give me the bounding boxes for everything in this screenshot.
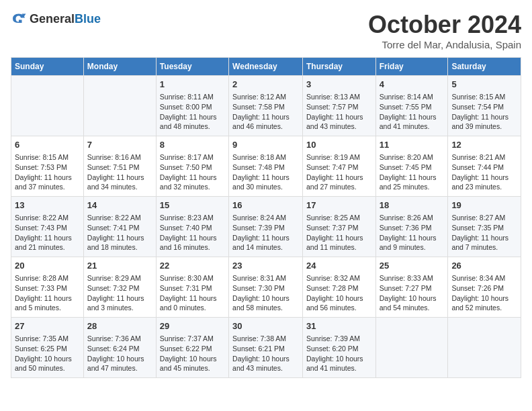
day-info: Sunrise: 8:13 AMSunset: 7:57 PMDaylight:… (306, 92, 372, 132)
day-number: 25 (380, 260, 445, 272)
day-info: Sunrise: 8:34 AMSunset: 7:26 PMDaylight:… (451, 273, 517, 313)
day-info: Sunrise: 8:11 AMSunset: 8:00 PMDaylight:… (160, 92, 225, 132)
day-number: 18 (380, 199, 445, 212)
day-number: 29 (160, 320, 225, 332)
day-info: Sunrise: 8:25 AMSunset: 7:37 PMDaylight:… (306, 213, 372, 253)
calendar-day-cell: 10Sunrise: 8:19 AMSunset: 7:47 PMDayligh… (302, 136, 375, 197)
day-info: Sunrise: 8:14 AMSunset: 7:55 PMDaylight:… (380, 92, 445, 132)
day-info: Sunrise: 8:18 AMSunset: 7:48 PMDaylight:… (232, 152, 299, 192)
calendar-day-cell: 19Sunrise: 8:27 AMSunset: 7:35 PMDayligh… (448, 197, 521, 257)
day-number: 26 (451, 260, 517, 272)
day-info: Sunrise: 7:37 AMSunset: 6:22 PMDaylight:… (160, 334, 225, 373)
day-info: Sunrise: 7:36 AMSunset: 6:24 PMDaylight:… (87, 334, 152, 373)
calendar-week-row: 1Sunrise: 8:11 AMSunset: 8:00 PMDaylight… (11, 76, 521, 136)
day-info: Sunrise: 8:32 AMSunset: 7:28 PMDaylight:… (306, 273, 372, 313)
day-number: 12 (451, 139, 517, 151)
calendar-day-cell: 12Sunrise: 8:21 AMSunset: 7:44 PMDayligh… (448, 136, 521, 197)
logo: GeneralBlue (11, 11, 101, 27)
logo-icon (11, 11, 27, 27)
calendar-day-cell: 1Sunrise: 8:11 AMSunset: 8:00 PMDaylight… (156, 76, 228, 136)
calendar-day-cell: 26Sunrise: 8:34 AMSunset: 7:26 PMDayligh… (448, 257, 521, 318)
calendar-day-cell (375, 318, 448, 378)
day-number: 14 (87, 199, 152, 212)
calendar-day-cell: 5Sunrise: 8:15 AMSunset: 7:54 PMDaylight… (448, 76, 521, 136)
location-title: Torre del Mar, Andalusia, Spain (368, 39, 521, 50)
day-info: Sunrise: 8:21 AMSunset: 7:44 PMDaylight:… (451, 152, 517, 192)
calendar-day-cell: 27Sunrise: 7:35 AMSunset: 6:25 PMDayligh… (11, 318, 84, 378)
day-info: Sunrise: 8:24 AMSunset: 7:39 PMDaylight:… (232, 213, 299, 253)
page-header: GeneralBlue October 2024 Torre del Mar, … (11, 11, 521, 50)
calendar-week-row: 27Sunrise: 7:35 AMSunset: 6:25 PMDayligh… (11, 318, 521, 378)
weekday-header-tuesday: Tuesday (156, 58, 228, 76)
day-number: 20 (15, 260, 80, 272)
calendar-week-row: 20Sunrise: 8:28 AMSunset: 7:33 PMDayligh… (11, 257, 521, 318)
weekday-header-thursday: Thursday (302, 58, 375, 76)
day-info: Sunrise: 8:12 AMSunset: 7:58 PMDaylight:… (232, 92, 299, 132)
day-number: 23 (232, 260, 299, 272)
calendar-day-cell: 25Sunrise: 8:33 AMSunset: 7:27 PMDayligh… (375, 257, 448, 318)
weekday-header-sunday: Sunday (11, 58, 84, 76)
day-info: Sunrise: 8:28 AMSunset: 7:33 PMDaylight:… (15, 273, 80, 313)
day-info: Sunrise: 8:30 AMSunset: 7:31 PMDaylight:… (160, 273, 225, 313)
day-number: 24 (306, 260, 372, 272)
day-number: 11 (380, 139, 445, 151)
day-info: Sunrise: 8:20 AMSunset: 7:45 PMDaylight:… (380, 152, 445, 192)
calendar-day-cell: 3Sunrise: 8:13 AMSunset: 7:57 PMDaylight… (302, 76, 375, 136)
day-info: Sunrise: 8:22 AMSunset: 7:41 PMDaylight:… (87, 213, 152, 253)
day-info: Sunrise: 8:31 AMSunset: 7:30 PMDaylight:… (232, 273, 299, 313)
day-number: 5 (451, 79, 517, 91)
day-number: 15 (160, 199, 225, 212)
weekday-header-row: SundayMondayTuesdayWednesdayThursdayFrid… (11, 58, 521, 76)
day-info: Sunrise: 8:19 AMSunset: 7:47 PMDaylight:… (306, 152, 372, 192)
day-info: Sunrise: 7:35 AMSunset: 6:25 PMDaylight:… (15, 334, 80, 373)
calendar-day-cell: 31Sunrise: 7:39 AMSunset: 6:20 PMDayligh… (302, 318, 375, 378)
calendar-table: SundayMondayTuesdayWednesdayThursdayFrid… (11, 57, 521, 378)
calendar-day-cell: 13Sunrise: 8:22 AMSunset: 7:43 PMDayligh… (11, 197, 84, 257)
day-number: 1 (160, 79, 225, 91)
day-number: 27 (15, 320, 80, 332)
day-number: 17 (306, 199, 372, 212)
calendar-day-cell: 29Sunrise: 7:37 AMSunset: 6:22 PMDayligh… (156, 318, 228, 378)
calendar-day-cell: 11Sunrise: 8:20 AMSunset: 7:45 PMDayligh… (375, 136, 448, 197)
calendar-day-cell: 24Sunrise: 8:32 AMSunset: 7:28 PMDayligh… (302, 257, 375, 318)
month-title: October 2024 (368, 11, 521, 39)
calendar-day-cell: 20Sunrise: 8:28 AMSunset: 7:33 PMDayligh… (11, 257, 84, 318)
day-number: 4 (380, 79, 445, 91)
day-number: 21 (87, 260, 152, 272)
day-info: Sunrise: 8:29 AMSunset: 7:32 PMDaylight:… (87, 273, 152, 313)
calendar-day-cell: 18Sunrise: 8:26 AMSunset: 7:36 PMDayligh… (375, 197, 448, 257)
day-info: Sunrise: 8:15 AMSunset: 7:53 PMDaylight:… (15, 152, 80, 192)
weekday-header-saturday: Saturday (448, 58, 521, 76)
day-number: 16 (232, 199, 299, 212)
day-number: 19 (451, 199, 517, 212)
day-number: 28 (87, 320, 152, 332)
calendar-day-cell: 7Sunrise: 8:16 AMSunset: 7:51 PMDaylight… (83, 136, 156, 197)
calendar-day-cell: 4Sunrise: 8:14 AMSunset: 7:55 PMDaylight… (375, 76, 448, 136)
day-info: Sunrise: 8:16 AMSunset: 7:51 PMDaylight:… (87, 152, 152, 192)
calendar-day-cell: 9Sunrise: 8:18 AMSunset: 7:48 PMDaylight… (229, 136, 303, 197)
day-number: 31 (306, 320, 372, 332)
calendar-day-cell: 30Sunrise: 7:38 AMSunset: 6:21 PMDayligh… (229, 318, 303, 378)
calendar-day-cell (448, 318, 521, 378)
title-area: October 2024 Torre del Mar, Andalusia, S… (368, 11, 521, 50)
calendar-week-row: 6Sunrise: 8:15 AMSunset: 7:53 PMDaylight… (11, 136, 521, 197)
weekday-header-friday: Friday (375, 58, 448, 76)
day-info: Sunrise: 8:17 AMSunset: 7:50 PMDaylight:… (160, 152, 225, 192)
logo-general: General (30, 12, 75, 26)
calendar-week-row: 13Sunrise: 8:22 AMSunset: 7:43 PMDayligh… (11, 197, 521, 257)
day-info: Sunrise: 8:27 AMSunset: 7:35 PMDaylight:… (451, 213, 517, 253)
day-info: Sunrise: 8:15 AMSunset: 7:54 PMDaylight:… (451, 92, 517, 132)
calendar-day-cell: 28Sunrise: 7:36 AMSunset: 6:24 PMDayligh… (83, 318, 156, 378)
day-number: 3 (306, 79, 372, 91)
weekday-header-monday: Monday (83, 58, 156, 76)
calendar-day-cell: 14Sunrise: 8:22 AMSunset: 7:41 PMDayligh… (83, 197, 156, 257)
day-number: 6 (15, 139, 80, 151)
calendar-day-cell: 21Sunrise: 8:29 AMSunset: 7:32 PMDayligh… (83, 257, 156, 318)
calendar-day-cell: 8Sunrise: 8:17 AMSunset: 7:50 PMDaylight… (156, 136, 228, 197)
day-info: Sunrise: 7:38 AMSunset: 6:21 PMDaylight:… (232, 334, 299, 373)
day-number: 8 (160, 139, 225, 151)
calendar-day-cell: 22Sunrise: 8:30 AMSunset: 7:31 PMDayligh… (156, 257, 228, 318)
day-number: 13 (15, 199, 80, 212)
calendar-day-cell (83, 76, 156, 136)
day-info: Sunrise: 7:39 AMSunset: 6:20 PMDaylight:… (306, 334, 372, 373)
